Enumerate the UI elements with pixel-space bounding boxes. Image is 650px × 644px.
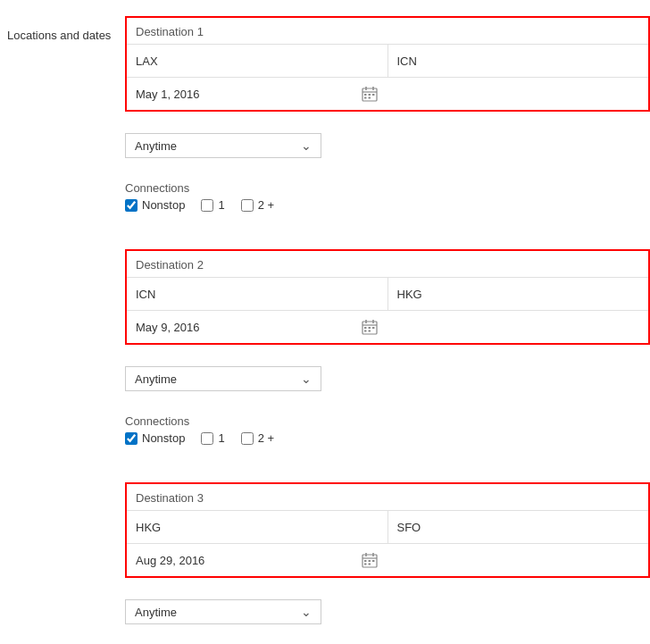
destination-2-connections-label: Connections <box>125 414 650 428</box>
destination-2-date-field[interactable]: May 9, 2016 <box>127 311 388 343</box>
destination-3-block: Destination 3HKGSFOAug 29, 2016 <box>125 482 650 578</box>
destination-1-one-label[interactable]: 1 <box>201 198 224 212</box>
destination-2-date-text: May 9, 2016 <box>136 321 200 334</box>
svg-rect-16 <box>364 330 367 332</box>
svg-rect-7 <box>364 97 367 99</box>
destination-1-nonstop-checkbox[interactable] <box>125 199 138 212</box>
destination-1-anytime-row: Anytime⌄ <box>125 133 650 158</box>
destination-3-to-field[interactable]: SFO <box>388 511 649 543</box>
destination-3-calendar-icon[interactable] <box>361 551 379 569</box>
destination-2-date-row: May 9, 2016 <box>127 310 648 343</box>
destination-1-from-to-row: LAXICN <box>127 44 648 77</box>
destination-3-date-row: Aug 29, 2016 <box>127 543 648 576</box>
right-content: Destination 1LAXICNMay 1, 2016 Anytime⌄C… <box>125 16 650 644</box>
main-layout: Locations and dates Destination 1LAXICNM… <box>0 9 650 644</box>
destination-1-date-row: May 1, 2016 <box>127 77 648 110</box>
destination-2-anytime-text: Anytime <box>135 372 177 386</box>
svg-rect-22 <box>364 560 367 562</box>
destination-2-block: Destination 2ICNHKGMay 9, 2016 <box>125 249 650 345</box>
destination-1-date-text: May 1, 2016 <box>136 88 200 101</box>
svg-rect-5 <box>369 94 371 96</box>
destination-2-twoplus-checkbox[interactable] <box>241 432 254 445</box>
destination-2-connections-row: ConnectionsNonstop12 + <box>125 414 650 445</box>
destination-1-from-field[interactable]: LAX <box>127 45 388 77</box>
destination-1-nonstop-text: Nonstop <box>142 198 185 212</box>
destination-2-to-field[interactable]: HKG <box>388 278 649 310</box>
destination-2-nonstop-checkbox[interactable] <box>125 432 138 445</box>
destination-3-anytime-row: Anytime⌄ <box>125 599 650 624</box>
destination-1-one-text: 1 <box>218 198 224 212</box>
svg-rect-15 <box>372 327 375 329</box>
destination-2-one-text: 1 <box>218 431 224 445</box>
destination-3-date-text: Aug 29, 2016 <box>136 554 204 567</box>
svg-rect-14 <box>369 327 371 329</box>
destination-2-twoplus-text: 2 + <box>258 431 274 445</box>
destination-2-anytime-row: Anytime⌄ <box>125 366 650 391</box>
destination-1-to-field[interactable]: ICN <box>388 45 649 77</box>
destination-2-nonstop-label[interactable]: Nonstop <box>125 431 185 445</box>
svg-rect-26 <box>369 564 371 565</box>
destination-1-one-checkbox[interactable] <box>201 199 213 212</box>
destination-2-twoplus-label[interactable]: 2 + <box>241 431 274 445</box>
svg-rect-17 <box>369 330 371 332</box>
destination-3-anytime-text: Anytime <box>135 606 177 619</box>
destination-2-one-checkbox[interactable] <box>201 432 213 445</box>
svg-rect-4 <box>364 94 367 96</box>
destination-1-nonstop-label[interactable]: Nonstop <box>125 198 185 212</box>
destination-2-one-label[interactable]: 1 <box>201 431 224 445</box>
destination-3-chevron-down-icon: ⌄ <box>301 605 312 619</box>
destination-1-connections-row: ConnectionsNonstop12 + <box>125 181 650 212</box>
destination-1-calendar-icon[interactable] <box>361 85 379 103</box>
svg-rect-8 <box>369 97 371 99</box>
destination-2-from-field[interactable]: ICN <box>127 278 388 310</box>
svg-rect-25 <box>364 564 367 565</box>
svg-rect-13 <box>364 327 367 329</box>
destination-1-checkboxes-row: Nonstop12 + <box>125 198 650 212</box>
destination-1-anytime-text: Anytime <box>135 139 177 153</box>
svg-rect-23 <box>369 560 371 562</box>
destination-2-nonstop-text: Nonstop <box>142 431 185 445</box>
destination-2-checkboxes-row: Nonstop12 + <box>125 431 650 445</box>
destination-2-from-to-row: ICNHKG <box>127 277 648 310</box>
destination-1-connections-label: Connections <box>125 181 650 195</box>
destination-3-date-field[interactable]: Aug 29, 2016 <box>127 544 388 576</box>
destination-1-twoplus-text: 2 + <box>258 198 274 212</box>
destination-1-twoplus-label[interactable]: 2 + <box>241 198 274 212</box>
destination-3-from-to-row: HKGSFO <box>127 510 648 543</box>
destination-1-date-field[interactable]: May 1, 2016 <box>127 78 388 110</box>
left-label: Locations and dates <box>0 16 125 42</box>
destination-1-anytime-select[interactable]: Anytime⌄ <box>125 133 321 158</box>
destination-3-anytime-select[interactable]: Anytime⌄ <box>125 599 321 624</box>
destination-3-title: Destination 3 <box>127 484 648 510</box>
destination-2-anytime-select[interactable]: Anytime⌄ <box>125 366 321 391</box>
destination-1-block: Destination 1LAXICNMay 1, 2016 <box>125 16 650 112</box>
destination-2-chevron-down-icon: ⌄ <box>301 372 312 386</box>
destination-2-calendar-icon[interactable] <box>361 318 379 336</box>
destination-1-twoplus-checkbox[interactable] <box>241 199 254 212</box>
destination-3-from-field[interactable]: HKG <box>127 511 388 543</box>
destination-1-title: Destination 1 <box>127 18 648 44</box>
svg-rect-24 <box>372 560 375 562</box>
destination-1-chevron-down-icon: ⌄ <box>301 138 312 153</box>
destination-2-title: Destination 2 <box>127 251 648 277</box>
svg-rect-6 <box>372 94 375 96</box>
